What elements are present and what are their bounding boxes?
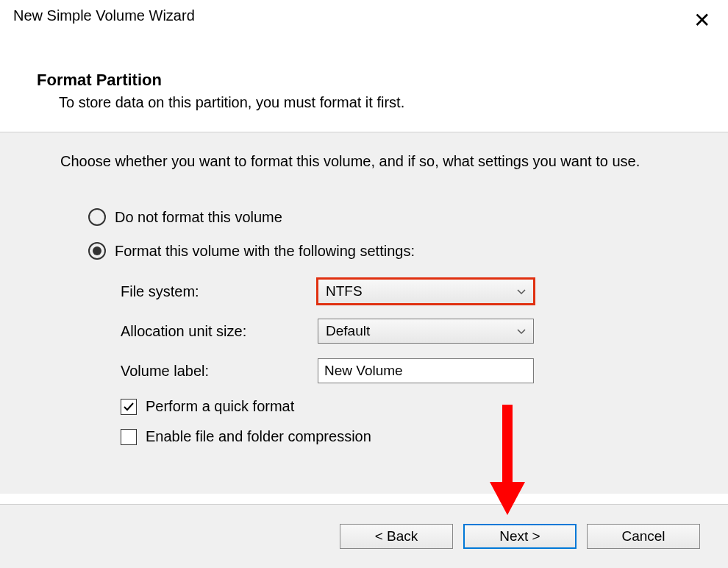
allocation-label: Allocation unit size: <box>121 323 318 340</box>
chevron-down-icon <box>517 285 526 297</box>
compression-label: Enable file and folder compression <box>146 428 371 445</box>
radio-no-format-label: Do not format this volume <box>115 209 282 226</box>
radio-no-format-row[interactable]: Do not format this volume <box>0 208 728 226</box>
wizard-header: Format Partition To store data on this p… <box>0 34 728 132</box>
page-title: Format Partition <box>37 71 728 90</box>
radio-format[interactable] <box>88 242 106 260</box>
next-button[interactable]: Next > <box>463 524 577 549</box>
file-system-dropdown[interactable]: NTFS <box>318 279 534 304</box>
compression-row[interactable]: Enable file and folder compression <box>0 428 728 445</box>
back-button[interactable]: < Back <box>340 524 453 549</box>
content-body: Choose whether you want to format this v… <box>0 132 728 494</box>
format-settings: File system: NTFS Allocation unit size: … <box>0 279 728 383</box>
volume-label-input[interactable] <box>318 358 534 383</box>
chevron-down-icon <box>517 325 526 337</box>
volume-label-label: Volume label: <box>121 363 318 380</box>
file-system-label: File system: <box>121 283 318 300</box>
allocation-dropdown[interactable]: Default <box>318 319 534 344</box>
file-system-row: File system: NTFS <box>121 279 728 304</box>
radio-format-label: Format this volume with the following se… <box>115 243 415 260</box>
title-bar: New Simple Volume Wizard ✕ <box>0 0 728 34</box>
quick-format-label: Perform a quick format <box>146 398 294 415</box>
window-title: New Simple Volume Wizard <box>13 7 195 24</box>
quick-format-checkbox[interactable] <box>121 399 137 415</box>
file-system-value: NTFS <box>326 283 363 299</box>
radio-no-format[interactable] <box>88 208 106 226</box>
quick-format-row[interactable]: Perform a quick format <box>0 398 728 415</box>
radio-format-row[interactable]: Format this volume with the following se… <box>0 242 728 260</box>
page-subtitle: To store data on this partition, you mus… <box>37 94 728 111</box>
instruction-text: Choose whether you want to format this v… <box>0 153 728 170</box>
volume-label-row: Volume label: <box>121 358 728 383</box>
allocation-row: Allocation unit size: Default <box>121 319 728 344</box>
allocation-value: Default <box>326 323 370 339</box>
compression-checkbox[interactable] <box>121 429 137 445</box>
close-icon[interactable]: ✕ <box>688 7 716 34</box>
wizard-footer: < Back Next > Cancel <box>0 504 728 568</box>
cancel-button[interactable]: Cancel <box>587 524 700 549</box>
